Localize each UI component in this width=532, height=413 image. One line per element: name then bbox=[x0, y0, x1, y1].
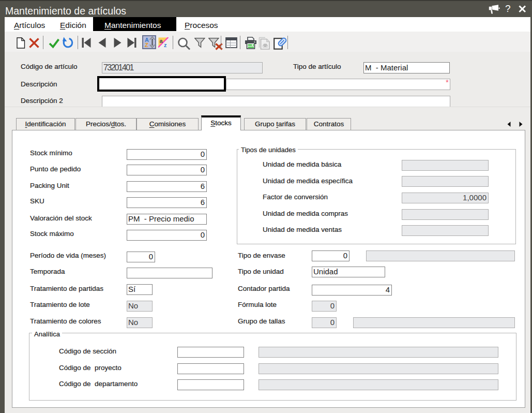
svg-text:z: z bbox=[164, 42, 167, 48]
svg-text:Z: Z bbox=[145, 42, 148, 48]
svg-text:a: a bbox=[160, 38, 163, 44]
